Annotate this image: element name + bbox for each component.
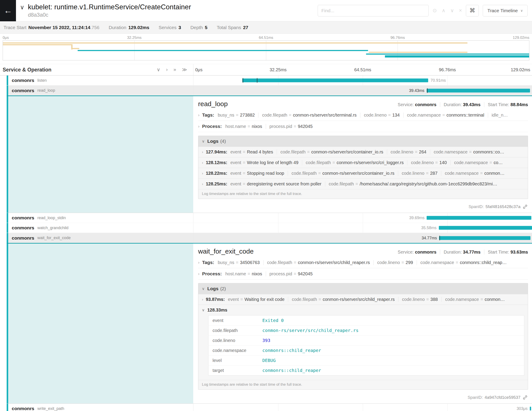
- equals-sign: =: [355, 181, 358, 186]
- chevron-right-icon: ›: [202, 161, 203, 165]
- timeline-gridline: [278, 213, 278, 223]
- log-field-key: code.filepath: [209, 325, 258, 335]
- expand-all-icon[interactable]: ≫: [182, 67, 187, 73]
- minimap-span: [3, 44, 71, 45]
- span-rows: conmonrslisten70.91msconmonrsread_loop39…: [7, 76, 532, 411]
- log-timestamp: 128.22ms:: [206, 171, 228, 176]
- kv-pair: event=Waiting for exit code: [228, 297, 285, 302]
- kv-key: idle_n…: [492, 113, 508, 117]
- next-result-icon[interactable]: ∨: [450, 8, 454, 14]
- prev-result-icon[interactable]: ∧: [442, 8, 446, 14]
- kv-key: code.namespace: [434, 149, 467, 154]
- log-marker: [257, 78, 257, 83]
- trace-view-dropdown[interactable]: Trace Timeline∨: [483, 5, 528, 16]
- log-field-row: code.lineno393: [209, 335, 524, 345]
- span-row[interactable]: conmonrslisten70.91ms: [7, 76, 532, 86]
- equals-sign: =: [426, 171, 429, 176]
- span-row[interactable]: conmonrsread_loop_stdin39.69ms: [7, 213, 532, 223]
- meta-label-duration: Duration:: [444, 250, 463, 254]
- span-duration-bar[interactable]: [530, 407, 531, 411]
- kv-value: 388: [430, 297, 438, 302]
- process-row-label: Process:: [202, 271, 222, 276]
- span-bar-cell[interactable]: 39.69ms: [193, 213, 532, 223]
- log-entry-header[interactable]: ∨128.33ms: [202, 308, 524, 313]
- span-name-cell[interactable]: conmonrslisten: [7, 76, 193, 85]
- copy-link-icon[interactable]: [523, 204, 528, 209]
- span-row[interactable]: conmonrswatch_grandchild35.58ms: [7, 223, 532, 233]
- time-tick-label: 64.51ms: [259, 36, 273, 40]
- span-id-label: SpanID:: [468, 395, 483, 400]
- service-operation-header: Service & Operation ∨›»≫: [0, 64, 193, 75]
- kv-key: code.lineno: [402, 171, 424, 176]
- span-tree-highlight: [7, 96, 193, 213]
- span-name-cell[interactable]: conmonrsread_loop: [7, 86, 193, 96]
- tags-row[interactable]: ›Tags:busy_ns=273882code.filepath=conmon…: [198, 109, 528, 121]
- kv-value: /home/sascha/.cargo/registry/src/github.…: [360, 181, 497, 186]
- span-bar-cell[interactable]: 34.77ms: [193, 233, 532, 243]
- log-entry[interactable]: ›127.94ms:event=Read 4 bytescode.filepat…: [198, 147, 528, 157]
- span-name-cell[interactable]: conmonrsread_loop_stdin: [7, 213, 193, 223]
- logs-label: Logs: [207, 286, 218, 291]
- kv-key: code.filepath: [280, 149, 305, 154]
- timeline-header: Service & Operation ∨›»≫ 0μs32.25ms64.51…: [0, 64, 532, 76]
- logs-count: (4): [220, 138, 226, 144]
- equals-sign: =: [236, 260, 238, 265]
- service-color-chip: [7, 404, 8, 411]
- span-duration-bar[interactable]: [439, 226, 532, 230]
- kv-value: conmon-rs/server/src/cri_logger.rs: [337, 160, 404, 165]
- span-bar-cell[interactable]: 70.91ms: [193, 76, 532, 85]
- log-entry[interactable]: ›128.22ms:event=Stopping read loopcode.f…: [198, 168, 528, 178]
- timeline-minimap[interactable]: [3, 40, 529, 60]
- log-entry[interactable]: ›93.87ms:event=Waiting for exit codecode…: [198, 294, 528, 305]
- summary-label: Trace Start: [4, 25, 26, 30]
- log-entry[interactable]: ›128.25ms:event=deregistering event sour…: [198, 178, 528, 189]
- equals-sign: =: [319, 297, 321, 302]
- span-duration-bar[interactable]: [427, 88, 530, 92]
- span-duration-bar[interactable]: [242, 78, 428, 82]
- kv-key: code.lineno: [364, 113, 387, 117]
- span-duration-bar[interactable]: [427, 216, 531, 220]
- kv-key: code.filepath: [262, 113, 287, 117]
- span-bar-cell[interactable]: 35.58ms: [193, 223, 532, 233]
- span-name-cell[interactable]: conmonrswatch_grandchild: [7, 223, 193, 233]
- log-field-value: conmonrs::child_reaper: [258, 365, 524, 375]
- kv-value: deregistering event source from poller: [247, 181, 322, 186]
- meta-label-service: Service:: [398, 102, 415, 107]
- log-timestamp: 93.87ms:: [206, 297, 225, 302]
- collapse-trace-caret-icon[interactable]: ∨: [20, 4, 24, 11]
- collapse-one-icon[interactable]: ∨: [157, 67, 160, 73]
- span-detail-title-row: wait_for_exit_codeService: conmonrsDurat…: [198, 248, 528, 255]
- expand-one-icon[interactable]: ›: [166, 67, 168, 73]
- span-bar-cell[interactable]: 303μs: [193, 404, 532, 411]
- kv-value: nixos: [252, 271, 262, 276]
- tags-row[interactable]: ›Tags:busy_ns=34506763code.filepath=conm…: [198, 257, 528, 268]
- process-row[interactable]: ›Process:host.name=nixosprocess.pid=9420…: [198, 121, 528, 132]
- clear-find-icon[interactable]: ×: [459, 8, 462, 14]
- span-row[interactable]: conmonrsread_loop39.43ms: [7, 86, 532, 96]
- logs-header[interactable]: ∨Logs(4): [198, 136, 528, 147]
- keyboard-shortcuts-button[interactable]: ⌘: [466, 5, 479, 16]
- span-row[interactable]: conmonrswrite_exit_path303μs: [7, 404, 532, 411]
- back-button[interactable]: ←: [0, 0, 16, 21]
- span-bar-cell[interactable]: 39.43ms: [193, 86, 532, 96]
- find-input[interactable]: [318, 5, 429, 16]
- equals-sign: =: [247, 124, 250, 129]
- kv-pair: event=deregistering event source from po…: [230, 181, 321, 186]
- collapse-all-icon[interactable]: »: [173, 67, 176, 73]
- match-icon[interactable]: ⊙: [433, 8, 437, 14]
- kv-key: code.lineno: [411, 160, 434, 165]
- copy-link-icon[interactable]: [523, 395, 528, 400]
- summary-item: Depth5: [190, 25, 208, 30]
- process-row[interactable]: ›Process:host.name=nixosprocess.pid=9420…: [198, 268, 528, 280]
- kv-pair: code.filepath=conmon-rs/server/src/cri_l…: [302, 160, 404, 165]
- log-field-row: targetconmonrs::child_reaper: [209, 365, 524, 375]
- span-duration-bar[interactable]: [439, 236, 530, 240]
- logs-header[interactable]: ∨Logs(2): [198, 283, 528, 294]
- span-detail-panel: wait_for_exit_codeService: conmonrsDurat…: [7, 243, 532, 404]
- span-row[interactable]: conmonrswait_for_exit_code34.77ms: [7, 233, 532, 243]
- timeline-gridline: [363, 213, 363, 223]
- span-name-cell[interactable]: conmonrswait_for_exit_code: [7, 233, 193, 243]
- equals-sign: =: [318, 171, 321, 176]
- log-entry[interactable]: ›128.12ms:event=Wrote log line of length…: [198, 157, 528, 168]
- span-name-cell[interactable]: conmonrswrite_exit_path: [7, 404, 193, 411]
